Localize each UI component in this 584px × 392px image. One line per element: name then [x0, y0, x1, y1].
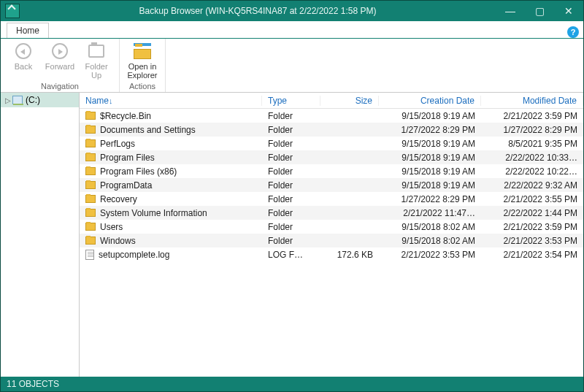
folder-icon	[85, 139, 96, 147]
folder-icon	[85, 195, 96, 203]
file-rows: $Recycle.BinFolder9/15/2018 9:19 AM2/21/…	[80, 109, 583, 377]
folder-icon	[85, 167, 96, 175]
table-row[interactable]: Program Files (x86)Folder9/15/2018 9:19 …	[80, 164, 583, 178]
file-icon	[85, 250, 94, 260]
folder-tree[interactable]: ▷ (C:)	[1, 93, 80, 377]
window-title: Backup Browser (WIN-KQ5RS4INA87 at 2/22/…	[20, 6, 496, 16]
content-body: ▷ (C:) Name Type Size Creation Date Modi…	[1, 93, 583, 377]
expand-icon[interactable]: ▷	[5, 96, 12, 104]
cell-type: Folder	[262, 194, 320, 204]
cell-cdate: 9/15/2018 9:19 AM	[379, 180, 481, 191]
folder-up-icon	[88, 45, 104, 58]
open-in-explorer-button[interactable]: Open in Explorer	[124, 42, 161, 80]
cell-type: Folder	[262, 208, 320, 218]
cell-mdate: 8/5/2021 9:35 PM	[481, 139, 583, 149]
cell-type: Folder	[262, 111, 320, 121]
cell-cdate: 1/27/2022 8:29 PM	[379, 194, 481, 204]
minimize-button[interactable]: —	[496, 1, 525, 21]
cell-cdate: 2/21/2022 11:47…	[379, 208, 481, 218]
folder-icon	[85, 153, 96, 161]
cell-name: PerfLogs	[80, 139, 262, 149]
cell-name: Users	[80, 222, 262, 232]
folder-icon	[85, 237, 96, 245]
table-row[interactable]: Program FilesFolder9/15/2018 9:19 AM2/22…	[80, 150, 583, 164]
table-row[interactable]: RecoveryFolder1/27/2022 8:29 PM2/21/2022…	[80, 192, 583, 206]
cell-cdate: 9/15/2018 9:19 AM	[379, 139, 481, 149]
status-bar: 11 OBJECTS	[1, 377, 583, 391]
cell-cdate: 9/15/2018 9:19 AM	[379, 111, 481, 121]
forward-button[interactable]: Forward	[42, 42, 78, 71]
disk-icon	[12, 96, 23, 104]
cell-cdate: 2/21/2022 3:53 PM	[379, 250, 481, 260]
folder-icon	[85, 126, 96, 134]
cell-mdate: 2/22/2022 10:22…	[481, 166, 583, 177]
close-button[interactable]: ✕	[554, 1, 583, 21]
tree-node-c-drive[interactable]: ▷ (C:)	[1, 93, 79, 107]
cell-name: Program Files (x86)	[80, 166, 262, 177]
cell-mdate: 1/27/2022 8:29 PM	[481, 125, 583, 135]
column-headers: Name Type Size Creation Date Modified Da…	[80, 93, 583, 109]
table-row[interactable]: System Volume InformationFolder2/21/2022…	[80, 206, 583, 220]
cell-name: setupcomplete.log	[80, 250, 262, 260]
cell-mdate: 2/21/2022 3:53 PM	[481, 236, 583, 246]
table-row[interactable]: UsersFolder9/15/2018 8:02 AM2/21/2022 3:…	[80, 220, 583, 234]
file-list: Name Type Size Creation Date Modified Da…	[80, 93, 583, 377]
folder-icon	[85, 112, 96, 120]
folder-icon	[85, 181, 96, 189]
folder-icon	[85, 223, 96, 231]
ribbon-group-navigation: Back Forward Folder Up Navigation	[1, 39, 120, 92]
cell-mdate: 2/22/2022 10:33…	[481, 153, 583, 163]
ribbon-group-actions: Open in Explorer Actions	[120, 39, 166, 92]
folder-icon	[85, 209, 96, 217]
maximize-button[interactable]: ▢	[525, 1, 554, 21]
cell-mdate: 2/21/2022 3:54 PM	[481, 250, 583, 260]
forward-arrow-icon	[52, 43, 68, 59]
cell-cdate: 1/27/2022 8:29 PM	[379, 125, 481, 135]
folder-up-button[interactable]: Folder Up	[78, 42, 115, 80]
tree-node-label: (C:)	[26, 95, 40, 105]
cell-type: Folder	[262, 236, 320, 246]
cell-cdate: 9/15/2018 9:19 AM	[379, 166, 481, 177]
ribbon-tabs: Home ?	[1, 21, 583, 39]
help-icon[interactable]: ?	[567, 26, 579, 38]
ribbon-group-label: Navigation	[41, 80, 79, 92]
cell-cdate: 9/15/2018 8:02 AM	[379, 236, 481, 246]
cell-name: System Volume Information	[80, 208, 262, 218]
table-row[interactable]: WindowsFolder9/15/2018 8:02 AM2/21/2022 …	[80, 234, 583, 247]
tab-home[interactable]: Home	[7, 23, 49, 38]
ribbon-group-label: Actions	[129, 80, 155, 92]
column-type[interactable]: Type	[262, 96, 320, 106]
cell-name: ProgramData	[80, 180, 262, 191]
backup-browser-window: Backup Browser (WIN-KQ5RS4INA87 at 2/22/…	[0, 0, 584, 392]
cell-name: Recovery	[80, 194, 262, 204]
table-row[interactable]: PerfLogsFolder9/15/2018 9:19 AM8/5/2021 …	[80, 137, 583, 150]
cell-type: Folder	[262, 180, 320, 191]
column-name[interactable]: Name	[80, 96, 262, 106]
back-arrow-icon	[15, 43, 31, 59]
back-button[interactable]: Back	[5, 42, 42, 71]
cell-name: Windows	[80, 236, 262, 246]
table-row[interactable]: ProgramDataFolder9/15/2018 9:19 AM2/22/2…	[80, 178, 583, 192]
table-row[interactable]: Documents and SettingsFolder1/27/2022 8:…	[80, 123, 583, 137]
cell-mdate: 2/22/2022 9:32 AM	[481, 180, 583, 191]
cell-type: Folder	[262, 222, 320, 232]
column-size[interactable]: Size	[320, 96, 379, 106]
cell-name: Documents and Settings	[80, 125, 262, 135]
column-modified-date[interactable]: Modified Date	[481, 96, 583, 106]
explorer-icon	[134, 43, 151, 59]
cell-size: 172.6 KB	[320, 250, 379, 260]
cell-name: $Recycle.Bin	[80, 111, 262, 121]
titlebar[interactable]: Backup Browser (WIN-KQ5RS4INA87 at 2/22/…	[1, 1, 583, 21]
app-icon	[5, 4, 20, 18]
status-text: 11 OBJECTS	[7, 379, 59, 389]
cell-name: Program Files	[80, 153, 262, 163]
cell-type: Folder	[262, 153, 320, 163]
table-row[interactable]: $Recycle.BinFolder9/15/2018 9:19 AM2/21/…	[80, 109, 583, 123]
cell-type: Folder	[262, 125, 320, 135]
cell-type: Folder	[262, 139, 320, 149]
cell-mdate: 2/22/2022 1:44 PM	[481, 208, 583, 218]
table-row[interactable]: setupcomplete.logLOG F…172.6 KB2/21/2022…	[80, 247, 583, 261]
cell-cdate: 9/15/2018 8:02 AM	[379, 222, 481, 232]
cell-mdate: 2/21/2022 3:59 PM	[481, 222, 583, 232]
column-creation-date[interactable]: Creation Date	[379, 96, 481, 106]
